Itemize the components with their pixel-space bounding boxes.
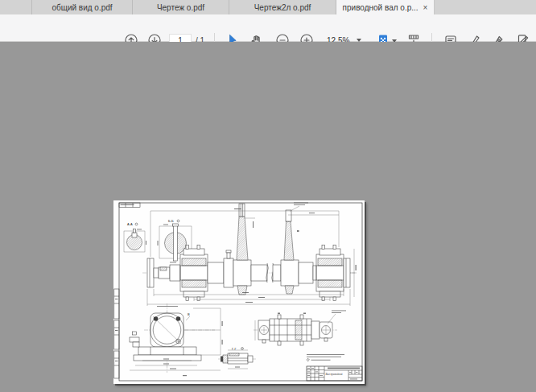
section-gg-view: Г-Г	[218, 347, 257, 369]
title-block: Вал приводной	[307, 366, 362, 381]
tab-bar-empty-area	[435, 0, 536, 14]
tab-close-icon[interactable]: ×	[423, 4, 428, 12]
tab-label: Чертеж o.pdf	[157, 3, 204, 12]
pdf-viewer-window: общий вид o.pdf Чертеж o.pdf Чертеж2л o.…	[0, 0, 536, 392]
pdf-page: А-А Б-Б	[113, 200, 365, 384]
document-canvas[interactable]: А-А Б-Б	[0, 42, 536, 392]
technical-requirements	[307, 354, 344, 361]
tab-obshchiy-vid[interactable]: общий вид o.pdf	[32, 0, 133, 14]
section-bb-label: Б-Б	[168, 219, 174, 223]
tab-chertezh2l[interactable]: Чертеж2л o.pdf	[229, 0, 336, 14]
tab-bar: общий вид o.pdf Чертеж o.pdf Чертеж2л o.…	[0, 0, 536, 15]
part-name: Вал приводной	[326, 372, 343, 376]
section-gg-label: Г-Г	[232, 347, 237, 351]
section-aa-label: А-А	[127, 222, 133, 226]
tab-bar-spacer	[0, 0, 32, 14]
tab-privodnoy-val[interactable]: приводной вал o.p... ×	[336, 0, 435, 15]
main-toolbar: / 1 12,5%	[0, 14, 536, 42]
tab-label: общий вид o.pdf	[52, 3, 112, 12]
view-v-pillow-block: В	[130, 303, 223, 376]
engineering-drawing: А-А Б-Б	[113, 200, 365, 384]
section-aa-view: А-А	[124, 222, 146, 252]
side-assembly-view	[254, 311, 346, 346]
tab-label: Чертеж2л o.pdf	[254, 3, 311, 12]
tab-chertezh[interactable]: Чертеж o.pdf	[133, 0, 229, 14]
view-v-label: В	[188, 312, 190, 316]
tab-label: приводной вал o.p...	[343, 3, 418, 12]
